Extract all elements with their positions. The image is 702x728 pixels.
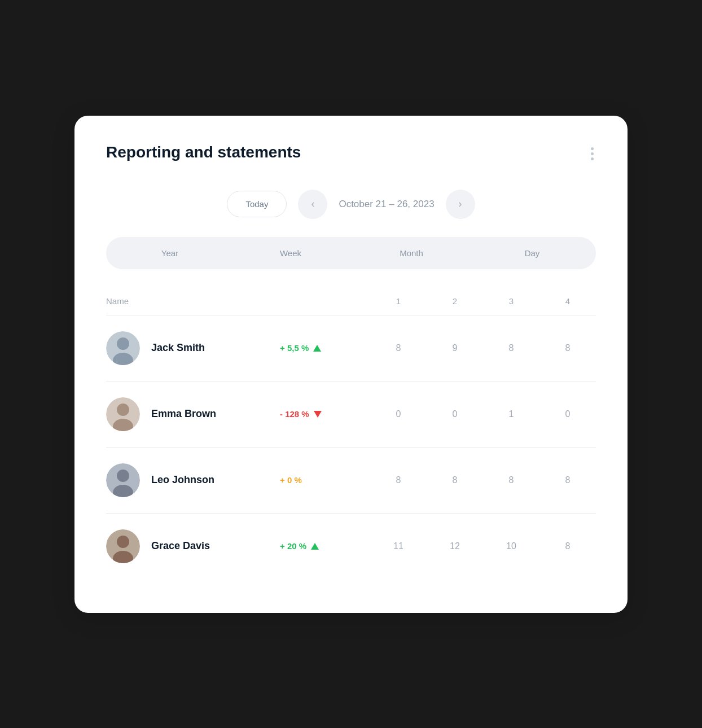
data-cell-grace-1: 11 xyxy=(370,541,427,551)
change-cell-jack: + 5,5 % xyxy=(280,343,370,353)
data-cell-emma-2: 0 xyxy=(427,409,483,419)
table-row: Leo Johnson + 0 % 8 8 8 8 xyxy=(106,448,596,514)
person-cell-jack: Jack Smith xyxy=(106,331,280,365)
data-cell-jack-4: 8 xyxy=(539,343,596,353)
change-value-jack: + 5,5 % xyxy=(280,343,309,353)
person-name-grace: Grace Davis xyxy=(151,540,210,552)
col-header-3: 3 xyxy=(483,296,539,306)
tab-day[interactable]: Day xyxy=(472,240,593,266)
change-value-emma: - 128 % xyxy=(280,409,309,419)
svg-point-10 xyxy=(117,536,129,548)
table-row: Emma Brown - 128 % 0 0 1 0 xyxy=(106,381,596,448)
chevron-right-icon: › xyxy=(459,198,462,210)
more-options-button[interactable] xyxy=(589,145,596,163)
change-value-grace: + 20 % xyxy=(280,541,306,551)
avatar-leo xyxy=(106,463,140,497)
arrow-up-icon-grace xyxy=(311,543,319,550)
date-range-label: October 21 – 26, 2023 xyxy=(339,199,434,210)
person-cell-grace: Grace Davis xyxy=(106,529,280,563)
person-name-leo: Leo Johnson xyxy=(151,474,214,486)
data-table: Name 1 2 3 4 Jack Smith + 5,5 % xyxy=(106,296,596,579)
col-header-change xyxy=(280,296,370,306)
arrow-up-icon-jack xyxy=(313,345,321,352)
avatar-jack xyxy=(106,331,140,365)
chevron-left-icon: ‹ xyxy=(311,198,314,210)
reporting-card: Reporting and statements Today ‹ October… xyxy=(74,116,628,613)
date-navigation: Today ‹ October 21 – 26, 2023 › xyxy=(106,190,596,219)
prev-date-button[interactable]: ‹ xyxy=(298,190,327,219)
data-cell-grace-2: 12 xyxy=(427,541,483,551)
col-header-4: 4 xyxy=(539,296,596,306)
person-cell-leo: Leo Johnson xyxy=(106,463,280,497)
page-title: Reporting and statements xyxy=(106,143,301,162)
data-cell-leo-1: 8 xyxy=(370,475,427,485)
data-cell-jack-3: 8 xyxy=(483,343,539,353)
card-header: Reporting and statements xyxy=(106,143,596,163)
data-cell-grace-3: 10 xyxy=(483,541,539,551)
data-cell-grace-4: 8 xyxy=(539,541,596,551)
more-dot-2 xyxy=(591,152,594,155)
table-row: Jack Smith + 5,5 % 8 9 8 8 xyxy=(106,315,596,381)
change-cell-emma: - 128 % xyxy=(280,409,370,419)
data-cell-leo-3: 8 xyxy=(483,475,539,485)
col-header-2: 2 xyxy=(427,296,483,306)
person-name-emma: Emma Brown xyxy=(151,408,216,420)
more-dot-1 xyxy=(591,147,594,150)
arrow-down-icon-emma xyxy=(314,411,322,418)
tab-year[interactable]: Year xyxy=(109,240,230,266)
data-cell-jack-1: 8 xyxy=(370,343,427,353)
today-button[interactable]: Today xyxy=(227,191,287,217)
change-value-leo: + 0 % xyxy=(280,475,302,485)
tab-week[interactable]: Week xyxy=(230,240,351,266)
change-cell-grace: + 20 % xyxy=(280,541,370,551)
more-dot-3 xyxy=(591,157,594,160)
next-date-button[interactable]: › xyxy=(446,190,475,219)
col-header-name: Name xyxy=(106,296,280,306)
svg-point-4 xyxy=(117,404,129,416)
table-header-row: Name 1 2 3 4 xyxy=(106,296,596,315)
data-cell-emma-4: 0 xyxy=(539,409,596,419)
data-cell-emma-1: 0 xyxy=(370,409,427,419)
period-tabs-container: Year Week Month Day xyxy=(106,237,596,269)
table-row: Grace Davis + 20 % 11 12 10 8 xyxy=(106,514,596,579)
tab-month[interactable]: Month xyxy=(351,240,472,266)
data-cell-leo-4: 8 xyxy=(539,475,596,485)
avatar-emma xyxy=(106,397,140,431)
col-header-1: 1 xyxy=(370,296,427,306)
data-cell-jack-2: 9 xyxy=(427,343,483,353)
person-cell-emma: Emma Brown xyxy=(106,397,280,431)
person-name-jack: Jack Smith xyxy=(151,342,205,354)
avatar-grace xyxy=(106,529,140,563)
svg-point-7 xyxy=(117,470,129,482)
data-cell-leo-2: 8 xyxy=(427,475,483,485)
svg-point-1 xyxy=(117,337,129,350)
data-cell-emma-3: 1 xyxy=(483,409,539,419)
change-cell-leo: + 0 % xyxy=(280,475,370,485)
